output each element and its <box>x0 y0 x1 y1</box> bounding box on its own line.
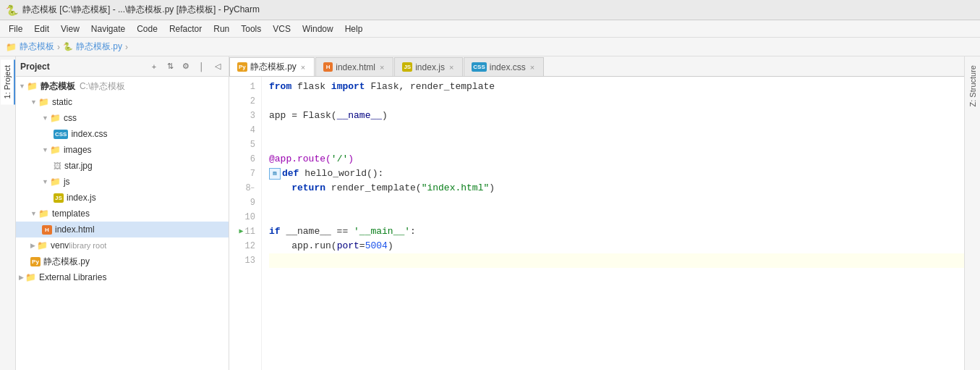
tree-item-main.py[interactable]: Py静态模板.py <box>16 253 229 269</box>
tree-item-static[interactable]: ▼📁static <box>16 94 229 110</box>
line-num-6: 6 <box>229 152 261 167</box>
line-num-3: 3 <box>229 109 261 123</box>
divider-icon: │ <box>195 60 208 73</box>
titlebar-text: 静态模板 [C:\静态模板] - ...\静态模板.py [静态模板] - Py… <box>22 4 260 16</box>
code-line-12[interactable]: app.run(port=5004) <box>269 239 964 253</box>
menu-item-tools[interactable]: Tools <box>235 22 267 35</box>
code-token: "index.html" <box>422 181 490 195</box>
tab-close-btn[interactable]: × <box>378 62 385 72</box>
code-token: hello_world(): <box>299 167 383 181</box>
tab-index_js[interactable]: JS index.js × <box>394 57 463 76</box>
menu-item-vcs[interactable]: VCS <box>267 22 297 35</box>
tree-item-images[interactable]: ▼📁images <box>16 142 229 158</box>
project-panel: Project + ⇅ ⚙ │ ◁ ▼📁静态模板C:\静态模板▼📁static▼… <box>16 56 229 370</box>
collapse-btn[interactable]: ◁ <box>211 60 224 73</box>
code-token: def <box>282 167 299 181</box>
menu-item-run[interactable]: Run <box>208 22 235 35</box>
breadcrumb-root[interactable]: 静态模板 <box>20 41 54 53</box>
code-line-9[interactable] <box>269 195 964 210</box>
tree-item-js[interactable]: ▼📁js <box>16 174 229 190</box>
project-toolbar: Project + ⇅ ⚙ │ ◁ <box>16 56 229 77</box>
tree-item-templates[interactable]: ▼📁templates <box>16 206 229 222</box>
code-token: @app.route( <box>269 152 331 167</box>
code-token: render_template( <box>325 181 422 195</box>
tree-item-css[interactable]: ▼📁css <box>16 110 229 126</box>
code-token: '__main__' <box>354 224 410 239</box>
menu-item-edit[interactable]: Edit <box>28 22 55 35</box>
breadcrumb-folder-icon: 📁 <box>6 42 17 52</box>
code-token: ) <box>348 152 354 167</box>
line-num-4: 4 <box>229 123 261 138</box>
code-line-8[interactable]: return render_template("index.html") <box>269 181 964 195</box>
editor-area: Py 静态模板.py ×H index.html ×JS index.js ×C… <box>229 56 964 370</box>
code-line-1[interactable]: from flask import Flask, render_template <box>269 80 964 94</box>
tab-index_html[interactable]: H index.html × <box>315 57 393 76</box>
code-editor[interactable]: 12345678 −910▶111213 from flask import F… <box>229 77 964 370</box>
tab-close-btn[interactable]: × <box>529 62 536 72</box>
code-token: app = Flask( <box>269 109 337 123</box>
code-line-6[interactable]: @app.route('/') <box>269 152 964 167</box>
tree-item-index.css[interactable]: CSSindex.css <box>16 126 229 142</box>
line-num-8: 8 − <box>229 181 261 195</box>
sort-btn[interactable]: ⇅ <box>163 60 176 73</box>
tree-item-star.jpg[interactable]: 🖼star.jpg <box>16 158 229 174</box>
breadcrumb-sep: › <box>57 42 60 52</box>
code-line-5[interactable] <box>269 138 964 152</box>
breadcrumb-file[interactable]: 静态模板.py <box>76 41 122 53</box>
line-num-13: 13 <box>229 253 261 268</box>
menu-item-code[interactable]: Code <box>131 22 163 35</box>
menu-item-refactor[interactable]: Refactor <box>163 22 208 35</box>
line-numbers: 12345678 −910▶111213 <box>229 77 262 370</box>
tab-label: index.html <box>336 62 375 72</box>
menu-item-navigate[interactable]: Navigate <box>85 22 131 35</box>
tab-main_py[interactable]: Py 静态模板.py × <box>229 57 315 76</box>
tree-item-index.html[interactable]: Hindex.html <box>16 222 229 237</box>
code-line-4[interactable] <box>269 123 964 138</box>
tab-close-btn[interactable]: × <box>448 62 455 72</box>
tab-close-btn[interactable]: × <box>299 62 307 72</box>
sidebar-tab-project[interactable]: 1: Project <box>1 59 15 104</box>
code-token <box>269 181 291 195</box>
tab-label: 静态模板.py <box>250 61 297 73</box>
run-icon[interactable]: ▶ <box>239 224 244 239</box>
tree-item-venv[interactable]: ▶📁venv library root <box>16 237 229 253</box>
code-token: import <box>331 80 365 94</box>
code-line-13[interactable] <box>269 253 964 268</box>
sidebar-tab-structure[interactable]: Z: Structure <box>966 59 979 112</box>
settings-btn[interactable]: ⚙ <box>179 60 192 73</box>
tree-item-index.js[interactable]: JSindex.js <box>16 190 229 206</box>
code-line-7[interactable]: mdef hello_world(): <box>269 167 964 181</box>
code-token: if <box>269 224 281 239</box>
code-token: : <box>410 224 416 239</box>
code-token: return <box>291 181 325 195</box>
menu-item-window[interactable]: Window <box>297 22 339 35</box>
code-token: __name__ == <box>281 224 354 239</box>
code-token: app.run( <box>269 239 337 253</box>
line-num-11: ▶11 <box>229 224 261 239</box>
menu-item-help[interactable]: Help <box>339 22 369 35</box>
tree-item-root[interactable]: ▼📁静态模板C:\静态模板 <box>16 78 229 94</box>
gutter-marker-7[interactable]: m <box>269 168 281 180</box>
menu-item-view[interactable]: View <box>55 22 85 35</box>
menu-item-file[interactable]: File <box>3 22 28 35</box>
code-content[interactable]: from flask import Flask, render_template… <box>262 77 964 370</box>
tree-item-ext[interactable]: ▶📁External Libraries <box>16 269 229 285</box>
tab-index_css[interactable]: CSS index.css × <box>464 57 544 76</box>
titlebar: 🐍 静态模板 [C:\静态模板] - ...\静态模板.py [静态模板] - … <box>0 0 980 20</box>
fold-icon[interactable]: − <box>251 181 255 195</box>
code-line-10[interactable] <box>269 210 964 224</box>
code-token: flask <box>291 80 331 94</box>
code-line-11[interactable]: if __name__ == '__main__': <box>269 224 964 239</box>
line-num-2: 2 <box>229 94 261 109</box>
new-file-btn[interactable]: + <box>148 60 161 73</box>
tab-bar: Py 静态模板.py ×H index.html ×JS index.js ×C… <box>229 56 964 77</box>
breadcrumb-file-icon: 🐍 <box>63 42 73 51</box>
code-line-2[interactable] <box>269 94 964 109</box>
line-num-10: 10 <box>229 210 261 224</box>
breadcrumb-sep2: › <box>125 42 128 52</box>
project-tree: ▼📁静态模板C:\静态模板▼📁static▼📁cssCSSindex.css▼📁… <box>16 77 229 370</box>
line-num-1: 1 <box>229 80 261 94</box>
code-token: ) <box>382 109 388 123</box>
left-sidebar-tabs: 1: Project <box>0 56 16 370</box>
code-line-3[interactable]: app = Flask(__name__) <box>269 109 964 123</box>
